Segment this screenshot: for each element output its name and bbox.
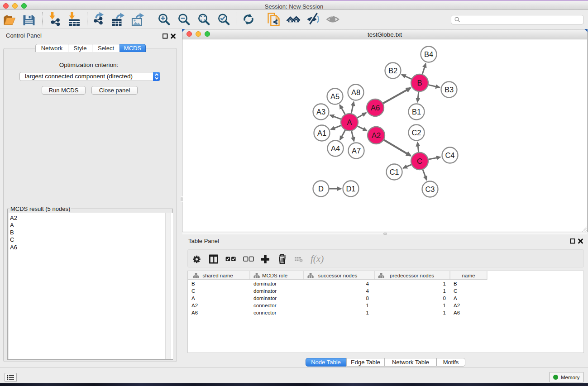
svg-text:A1: A1 (317, 129, 326, 137)
svg-text:connector: connector (253, 303, 277, 308)
svg-text:A2: A2 (454, 303, 460, 308)
svg-text:C3: C3 (425, 185, 435, 193)
svg-text:1: 1 (443, 288, 446, 294)
svg-text:D1: D1 (346, 185, 355, 193)
svg-text:A2: A2 (191, 303, 198, 308)
svg-text:1: 1 (366, 310, 369, 315)
svg-text:0: 0 (443, 295, 446, 301)
svg-text:8: 8 (366, 295, 369, 301)
svg-text:1: 1 (443, 281, 446, 286)
svg-text:C2: C2 (411, 129, 421, 137)
svg-text:f(x): f(x) (311, 253, 324, 264)
svg-text:B1: B1 (412, 108, 421, 116)
svg-text:B2: B2 (388, 67, 397, 75)
svg-text:dominator: dominator (253, 281, 277, 286)
svg-text:dominator: dominator (253, 288, 277, 294)
svg-text:B: B (454, 281, 457, 286)
svg-text:A7: A7 (352, 147, 361, 155)
svg-text:A6: A6 (371, 104, 380, 112)
svg-text:C: C (417, 157, 422, 165)
svg-text:A5: A5 (330, 92, 339, 100)
svg-text:1: 1 (443, 310, 446, 315)
svg-text:B4: B4 (424, 50, 433, 58)
svg-text:C1: C1 (389, 168, 399, 176)
svg-text:B3: B3 (445, 86, 454, 94)
svg-text:A: A (347, 118, 352, 126)
svg-text:A8: A8 (351, 88, 360, 96)
svg-text:B: B (191, 281, 195, 286)
svg-text:4: 4 (366, 281, 369, 286)
svg-text:shared name: shared name (202, 273, 233, 278)
svg-text:B: B (417, 79, 422, 87)
svg-text:predecessor nodes: predecessor nodes (390, 273, 434, 278)
svg-text:D: D (318, 185, 324, 193)
svg-text:A: A (191, 295, 195, 301)
svg-text:A3: A3 (316, 108, 325, 116)
svg-text:name: name (462, 273, 475, 278)
svg-text:C4: C4 (445, 151, 454, 159)
svg-text:C: C (454, 288, 457, 294)
svg-text:dominator: dominator (253, 295, 277, 301)
svg-text:4: 4 (366, 288, 369, 294)
svg-text:C: C (191, 288, 195, 294)
svg-text:A6: A6 (454, 310, 460, 315)
svg-text:A2: A2 (372, 131, 381, 139)
svg-text:A4: A4 (331, 144, 340, 152)
svg-text:connector: connector (253, 310, 277, 315)
svg-text:1: 1 (366, 303, 369, 308)
svg-text:successor nodes: successor nodes (318, 273, 358, 278)
svg-text:MCDS role: MCDS role (262, 273, 287, 278)
svg-text:A: A (454, 295, 457, 301)
svg-text:1: 1 (443, 303, 446, 308)
svg-text:A6: A6 (191, 310, 198, 315)
